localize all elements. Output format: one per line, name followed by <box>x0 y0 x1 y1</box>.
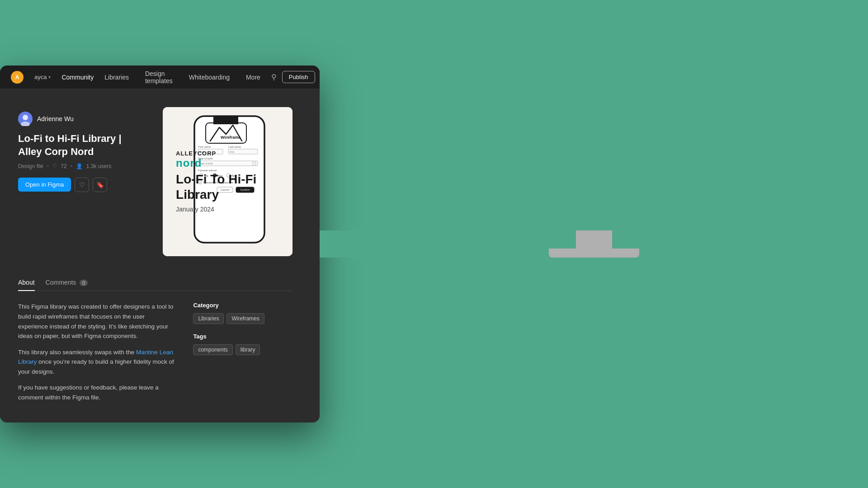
stand-base <box>549 249 639 258</box>
meta-row: Design file • ♡ 72 • 👤 1.3k users <box>18 163 145 169</box>
brand-nord: nord <box>176 157 202 169</box>
tag-library[interactable]: library <box>236 344 260 355</box>
comments-badge: 0 <box>80 280 88 286</box>
body-sidebar: Category Libraries Wireframes Tags compo… <box>193 302 292 408</box>
like-button[interactable]: ♡ <box>75 178 89 192</box>
about-para2: This library also seamlessly swaps with … <box>18 347 175 377</box>
likes-count: 72 <box>61 163 66 169</box>
heart-icon: ♡ <box>52 163 57 169</box>
mountain-svg <box>203 118 249 145</box>
author-row: Adrienne Wu <box>18 112 145 126</box>
mountain-sketch <box>203 118 249 147</box>
publish-button[interactable]: Publish <box>282 71 315 83</box>
categories-row: Libraries Wireframes <box>193 313 292 324</box>
open-figma-button[interactable]: Open in Figma <box>18 178 71 192</box>
search-icon[interactable]: ⚲ <box>271 73 277 81</box>
resource-type: Design file <box>18 163 43 169</box>
preview-title: Lo-Fi To Hi-Fi Library <box>176 172 256 202</box>
about-body: This Figma library was created to offer … <box>18 302 175 408</box>
brand-top: ALLEYCORP nord <box>176 150 256 169</box>
users-icon: 👤 <box>76 163 83 169</box>
nav-center: Libraries Design templates Whiteboarding… <box>104 70 260 84</box>
tab-about[interactable]: About <box>18 274 35 291</box>
about-para3: If you have suggestions or feedback, ple… <box>18 383 175 402</box>
stand-neck <box>576 230 612 249</box>
user-menu[interactable]: ayca ▾ <box>34 74 51 80</box>
tags-row: components library <box>193 344 292 355</box>
svg-point-1 <box>23 115 28 120</box>
category-title: Category <box>193 302 292 309</box>
preview-inner: Wireframe First name John Last name Doe <box>163 107 292 256</box>
left-panel: Adrienne Wu Lo-Fi to Hi-Fi Library | All… <box>18 107 145 256</box>
bookmark-button[interactable]: 🔖 <box>93 178 107 192</box>
tag-components[interactable]: components <box>193 344 232 355</box>
separator: • <box>47 163 49 169</box>
preview-date: January 2024 <box>176 206 256 213</box>
bookmark-icon: 🔖 <box>96 181 104 188</box>
body-layout: This Figma library was created to offer … <box>18 302 292 408</box>
preview-panel: Wireframe First name John Last name Doe <box>163 107 292 256</box>
preview-image: Wireframe First name John Last name Doe <box>163 107 292 256</box>
nav-more[interactable]: More <box>246 74 260 81</box>
resource-title: Lo-Fi to Hi-Fi Library | Alley Corp Nord <box>18 132 145 158</box>
users-count: 1.3k users <box>86 163 111 169</box>
author-name: Adrienne Wu <box>37 115 74 122</box>
nav-right: ⚲ Publish <box>271 71 315 83</box>
avatar <box>18 112 33 126</box>
tab-comments[interactable]: Comments 0 <box>46 274 88 291</box>
tags-title: Tags <box>193 333 292 340</box>
nav-libraries[interactable]: Libraries <box>104 74 129 81</box>
monitor: A ayca ▾ Community Libraries Design temp… <box>0 66 320 422</box>
category-wireframes[interactable]: Wireframes <box>226 313 264 324</box>
community-link[interactable]: Community <box>61 74 94 81</box>
tabs-row: About Comments 0 <box>18 274 292 291</box>
main-content: Adrienne Wu Lo-Fi to Hi-Fi Library | All… <box>0 89 320 274</box>
actions-row: Open in Figma ♡ 🔖 <box>18 178 145 192</box>
nav-design-templates[interactable]: Design templates <box>145 70 173 84</box>
navbar: A ayca ▾ Community Libraries Design temp… <box>0 66 320 89</box>
svg-rect-30 <box>206 123 246 143</box>
category-libraries[interactable]: Libraries <box>193 313 224 324</box>
about-para1: This Figma library was created to offer … <box>18 302 175 341</box>
nav-whiteboarding[interactable]: Whiteboarding <box>189 74 230 81</box>
tab-section: About Comments 0 This Figma library was … <box>0 274 320 422</box>
monitor-stand <box>320 230 868 258</box>
heart-icon: ♡ <box>79 181 85 188</box>
preview-text-right: ALLEYCORP nord Lo-Fi To Hi-Fi Library Ja… <box>176 150 256 213</box>
screen: A ayca ▾ Community Libraries Design temp… <box>0 66 320 422</box>
app-logo: A <box>11 71 24 84</box>
separator2: • <box>71 163 72 169</box>
chevron-down-icon: ▾ <box>48 75 51 80</box>
username-label: ayca <box>34 74 47 80</box>
